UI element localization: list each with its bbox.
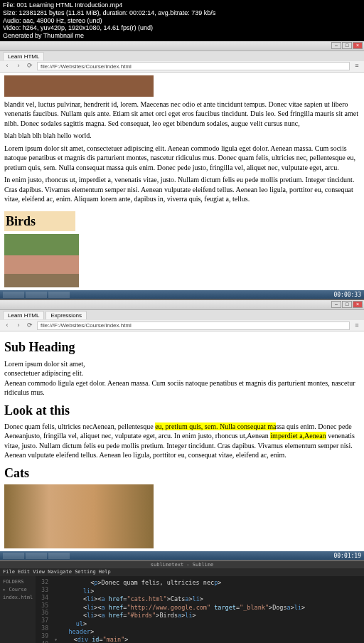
meta-file: File: 001 Learning HTML Introduction.mp4 (3, 1, 361, 9)
address-bar: ‹ › ⟳ ≡ (0, 320, 364, 331)
line-numbers: 32333435363738394041424344454647484950 (36, 576, 53, 643)
window-titlebar[interactable]: – □ × (0, 300, 364, 310)
reload-icon[interactable]: ⟳ (26, 62, 34, 70)
windows-taskbar[interactable]: 00:01:19 (0, 551, 364, 560)
heading-birds: Birds (4, 211, 75, 231)
heading-cats: Cats (4, 464, 360, 482)
body-text: Lorem ipsum dolor sit amet,consectetuer … (4, 359, 360, 398)
code-area[interactable]: <p>Donec quam felis, ultricies necp> li>… (53, 576, 364, 643)
browser-tabs: Learn HTML (0, 51, 364, 61)
close-button[interactable]: × (353, 42, 363, 49)
editor-menu[interactable]: File Edit View Navigate Setting Help (0, 568, 364, 576)
find-highlight: imperdiet a,Aenean (270, 432, 326, 440)
browser-tabs: Learn HTML Expressions (0, 310, 364, 320)
meta-video: Video: h264, yuv420p, 1920x1080, 14.61 f… (3, 24, 361, 32)
maximize-button[interactable]: □ (342, 42, 352, 49)
tab-learn-html[interactable]: Learn HTML (3, 52, 44, 60)
image-placeholder (4, 75, 154, 97)
heading-look: Look at this (4, 402, 360, 419)
find-highlight: eu, pretium quis, sem. Nulla consequat m… (155, 423, 276, 430)
maximize-button[interactable]: □ (342, 301, 352, 308)
body-text: Lorem ipsum dolor sit amet, consectetuer… (4, 144, 360, 173)
minimize-button[interactable]: – (331, 301, 341, 308)
tab-expressions[interactable]: Expressions (46, 311, 87, 319)
tab-learn-html[interactable]: Learn HTML (3, 311, 44, 319)
url-input[interactable] (37, 322, 350, 330)
close-button[interactable]: × (353, 301, 363, 308)
back-icon[interactable]: ‹ (3, 322, 11, 330)
menu-icon[interactable]: ≡ (353, 322, 361, 330)
taskbar-item[interactable] (26, 292, 47, 298)
minimize-button[interactable]: – (331, 42, 341, 49)
forward-icon[interactable]: › (14, 322, 23, 330)
meta-audio: Audio: aac, 48000 Hz, stereo (und) (3, 17, 361, 25)
address-bar: ‹ › ⟳ ≡ (0, 61, 364, 73)
taskbar-item[interactable] (3, 292, 24, 298)
meta-size: Size: 12381281 bytes (11.81 MiB), durati… (3, 9, 361, 17)
video-metadata: File: 001 Learning HTML Introduction.mp4… (0, 0, 364, 41)
code-editor: sublimetext - Sublime File Edit View Nav… (0, 561, 364, 643)
body-text: In enim justo, rhoncus ut, imperdiet a, … (4, 175, 360, 204)
menu-icon[interactable]: ≡ (353, 62, 361, 70)
timecode-2: 00:01:19 (333, 553, 361, 559)
browser-frame-2: – □ × Learn HTML Expressions ‹ › ⟳ ≡ Sub… (0, 300, 364, 560)
taskbar-item[interactable] (3, 553, 24, 559)
taskbar-item[interactable] (48, 553, 70, 559)
windows-taskbar[interactable]: 00:00:33 (0, 290, 364, 299)
reload-icon[interactable]: ⟳ (26, 322, 34, 330)
taskbar-item[interactable] (26, 553, 47, 559)
page-content-2: Sub Heading Lorem ipsum dolor sit amet,c… (0, 331, 364, 551)
window-titlebar[interactable]: – □ × (0, 41, 364, 51)
page-content-1: blandit vel, luctus pulvinar, hendrerit … (0, 73, 364, 290)
editor-sidebar[interactable]: FOLDERS ▸ Course index.html (0, 576, 36, 643)
pig-image (4, 234, 79, 287)
body-text: blandit vel, luctus pulvinar, hendrerit … (4, 100, 360, 129)
forward-icon[interactable]: › (14, 62, 23, 70)
taskbar-item[interactable] (48, 292, 70, 298)
browser-frame-1: – □ × Learn HTML ‹ › ⟳ ≡ blandit vel, lu… (0, 41, 364, 299)
body-text: blah blah blh blah hello world. (4, 131, 360, 141)
timecode-1: 00:00:33 (333, 292, 361, 298)
sidebar-folder[interactable]: ▸ Course (3, 587, 33, 592)
sidebar-folders: FOLDERS (3, 579, 33, 585)
sidebar-file[interactable]: index.html (3, 595, 33, 600)
heading-sub: Sub Heading (4, 339, 360, 356)
editor-title: sublimetext - Sublime (0, 561, 364, 568)
back-icon[interactable]: ‹ (3, 62, 11, 70)
cat-image (4, 484, 154, 548)
url-input[interactable] (37, 62, 350, 70)
meta-gen: Generated by Thumbnail me (3, 32, 361, 40)
body-text-highlighted: Donec quam felis, ultricies necAenean, p… (4, 422, 360, 460)
